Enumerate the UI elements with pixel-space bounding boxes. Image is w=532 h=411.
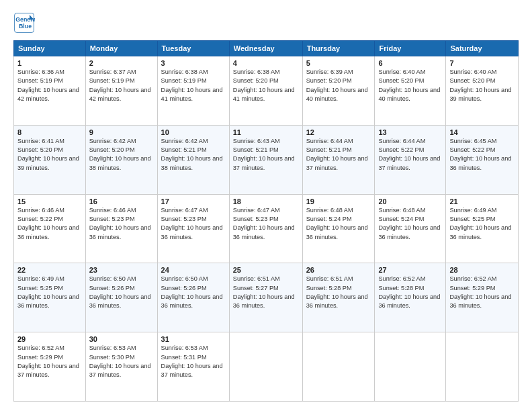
day-info: Sunrise: 6:51 AMSunset: 5:27 PMDaylight:… (233, 275, 295, 309)
day-number: 23 (89, 266, 154, 274)
day-number: 27 (378, 266, 442, 274)
page: General Blue SundayMondayTuesdayWednesda… (0, 0, 532, 411)
day-info: Sunrise: 6:49 AMSunset: 5:25 PMDaylight:… (17, 275, 79, 309)
day-number: 13 (378, 128, 442, 136)
week-row-1: 1 Sunrise: 6:36 AMSunset: 5:19 PMDayligh… (14, 56, 519, 126)
day-info: Sunrise: 6:52 AMSunset: 5:29 PMDaylight:… (17, 345, 79, 378)
day-cell-8: 8 Sunrise: 6:41 AMSunset: 5:20 PMDayligh… (14, 125, 86, 194)
day-number: 24 (161, 266, 226, 274)
day-number: 18 (233, 197, 299, 205)
logo-icon: General Blue (13, 12, 35, 34)
day-number: 7 (449, 59, 515, 67)
day-cell-22: 22 Sunrise: 6:49 AMSunset: 5:25 PMDaylig… (14, 263, 86, 332)
day-info: Sunrise: 6:49 AMSunset: 5:25 PMDaylight:… (449, 207, 511, 240)
day-info: Sunrise: 6:52 AMSunset: 5:29 PMDaylight:… (449, 275, 511, 309)
day-number: 15 (17, 197, 82, 205)
day-number: 8 (17, 128, 82, 136)
day-cell-30: 30 Sunrise: 6:53 AMSunset: 5:30 PMDaylig… (85, 332, 157, 402)
day-number: 30 (89, 335, 154, 343)
day-cell-20: 20 Sunrise: 6:48 AMSunset: 5:24 PMDaylig… (375, 194, 446, 263)
day-info: Sunrise: 6:46 AMSunset: 5:23 PMDaylight:… (89, 207, 151, 240)
day-number: 28 (449, 266, 515, 274)
svg-text:Blue: Blue (19, 23, 32, 30)
day-info: Sunrise: 6:48 AMSunset: 5:24 PMDaylight:… (378, 207, 440, 240)
day-number: 14 (449, 128, 515, 136)
day-cell-7: 7 Sunrise: 6:40 AMSunset: 5:20 PMDayligh… (446, 56, 519, 126)
week-row-4: 22 Sunrise: 6:49 AMSunset: 5:25 PMDaylig… (14, 263, 519, 332)
day-cell-15: 15 Sunrise: 6:46 AMSunset: 5:22 PMDaylig… (14, 194, 86, 263)
day-cell-21: 21 Sunrise: 6:49 AMSunset: 5:25 PMDaylig… (446, 194, 519, 263)
day-cell-28: 28 Sunrise: 6:52 AMSunset: 5:29 PMDaylig… (446, 263, 519, 332)
day-header-saturday: Saturday (446, 41, 519, 56)
day-info: Sunrise: 6:39 AMSunset: 5:20 PMDaylight:… (306, 68, 368, 102)
day-cell-11: 11 Sunrise: 6:43 AMSunset: 5:21 PMDaylig… (229, 125, 302, 194)
day-cell-3: 3 Sunrise: 6:38 AMSunset: 5:19 PMDayligh… (157, 56, 229, 126)
empty-cell (446, 332, 519, 402)
day-cell-24: 24 Sunrise: 6:50 AMSunset: 5:26 PMDaylig… (157, 263, 229, 332)
day-number: 3 (161, 59, 226, 67)
day-number: 26 (306, 266, 371, 274)
day-cell-27: 27 Sunrise: 6:52 AMSunset: 5:28 PMDaylig… (375, 263, 446, 332)
day-cell-23: 23 Sunrise: 6:50 AMSunset: 5:26 PMDaylig… (85, 263, 157, 332)
day-info: Sunrise: 6:47 AMSunset: 5:23 PMDaylight:… (233, 207, 295, 240)
day-number: 10 (161, 128, 226, 136)
day-cell-6: 6 Sunrise: 6:40 AMSunset: 5:20 PMDayligh… (375, 56, 446, 126)
day-info: Sunrise: 6:40 AMSunset: 5:20 PMDaylight:… (449, 68, 511, 102)
day-cell-19: 19 Sunrise: 6:48 AMSunset: 5:24 PMDaylig… (302, 194, 375, 263)
day-cell-10: 10 Sunrise: 6:42 AMSunset: 5:21 PMDaylig… (157, 125, 229, 194)
empty-cell (302, 332, 375, 402)
svg-text:General: General (15, 16, 35, 23)
day-info: Sunrise: 6:45 AMSunset: 5:22 PMDaylight:… (449, 138, 511, 171)
day-info: Sunrise: 6:47 AMSunset: 5:23 PMDaylight:… (161, 207, 223, 240)
day-number: 11 (233, 128, 299, 136)
week-row-5: 29 Sunrise: 6:52 AMSunset: 5:29 PMDaylig… (14, 332, 519, 402)
day-number: 2 (89, 59, 154, 67)
day-cell-1: 1 Sunrise: 6:36 AMSunset: 5:19 PMDayligh… (14, 56, 86, 126)
week-row-3: 15 Sunrise: 6:46 AMSunset: 5:22 PMDaylig… (14, 194, 519, 263)
day-number: 16 (89, 197, 154, 205)
day-number: 29 (17, 335, 82, 343)
day-cell-12: 12 Sunrise: 6:44 AMSunset: 5:21 PMDaylig… (302, 125, 375, 194)
day-info: Sunrise: 6:40 AMSunset: 5:20 PMDaylight:… (378, 68, 440, 102)
day-cell-29: 29 Sunrise: 6:52 AMSunset: 5:29 PMDaylig… (14, 332, 86, 402)
logo: General Blue (13, 12, 39, 34)
day-cell-25: 25 Sunrise: 6:51 AMSunset: 5:27 PMDaylig… (229, 263, 302, 332)
day-info: Sunrise: 6:53 AMSunset: 5:30 PMDaylight:… (89, 345, 151, 378)
day-cell-5: 5 Sunrise: 6:39 AMSunset: 5:20 PMDayligh… (302, 56, 375, 126)
calendar-body: 1 Sunrise: 6:36 AMSunset: 5:19 PMDayligh… (14, 56, 519, 402)
day-cell-31: 31 Sunrise: 6:53 AMSunset: 5:31 PMDaylig… (157, 332, 229, 402)
day-number: 5 (306, 59, 371, 67)
day-number: 17 (161, 197, 226, 205)
day-header-monday: Monday (85, 41, 157, 56)
day-info: Sunrise: 6:42 AMSunset: 5:20 PMDaylight:… (89, 138, 151, 171)
day-info: Sunrise: 6:50 AMSunset: 5:26 PMDaylight:… (161, 275, 223, 309)
day-cell-26: 26 Sunrise: 6:51 AMSunset: 5:28 PMDaylig… (302, 263, 375, 332)
day-cell-18: 18 Sunrise: 6:47 AMSunset: 5:23 PMDaylig… (229, 194, 302, 263)
day-info: Sunrise: 6:43 AMSunset: 5:21 PMDaylight:… (233, 138, 295, 171)
day-info: Sunrise: 6:48 AMSunset: 5:24 PMDaylight:… (306, 207, 368, 240)
day-cell-2: 2 Sunrise: 6:37 AMSunset: 5:19 PMDayligh… (85, 56, 157, 126)
day-number: 9 (89, 128, 154, 136)
day-info: Sunrise: 6:42 AMSunset: 5:21 PMDaylight:… (161, 138, 223, 171)
day-header-thursday: Thursday (302, 41, 375, 56)
day-cell-16: 16 Sunrise: 6:46 AMSunset: 5:23 PMDaylig… (85, 194, 157, 263)
day-number: 21 (449, 197, 515, 205)
day-number: 6 (378, 59, 442, 67)
day-info: Sunrise: 6:38 AMSunset: 5:20 PMDaylight:… (233, 68, 295, 102)
day-info: Sunrise: 6:52 AMSunset: 5:28 PMDaylight:… (378, 275, 440, 309)
day-number: 19 (306, 197, 371, 205)
day-header-tuesday: Tuesday (157, 41, 229, 56)
day-header-sunday: Sunday (14, 41, 86, 56)
day-info: Sunrise: 6:53 AMSunset: 5:31 PMDaylight:… (161, 345, 223, 378)
day-info: Sunrise: 6:41 AMSunset: 5:20 PMDaylight:… (17, 138, 79, 171)
day-number: 1 (17, 59, 82, 67)
day-info: Sunrise: 6:37 AMSunset: 5:19 PMDaylight:… (89, 68, 151, 102)
day-number: 31 (161, 335, 226, 343)
day-info: Sunrise: 6:51 AMSunset: 5:28 PMDaylight:… (306, 275, 368, 309)
empty-cell (229, 332, 302, 402)
day-number: 20 (378, 197, 442, 205)
day-info: Sunrise: 6:38 AMSunset: 5:19 PMDaylight:… (161, 68, 223, 102)
day-cell-13: 13 Sunrise: 6:44 AMSunset: 5:22 PMDaylig… (375, 125, 446, 194)
day-info: Sunrise: 6:44 AMSunset: 5:21 PMDaylight:… (306, 138, 368, 171)
day-number: 12 (306, 128, 371, 136)
